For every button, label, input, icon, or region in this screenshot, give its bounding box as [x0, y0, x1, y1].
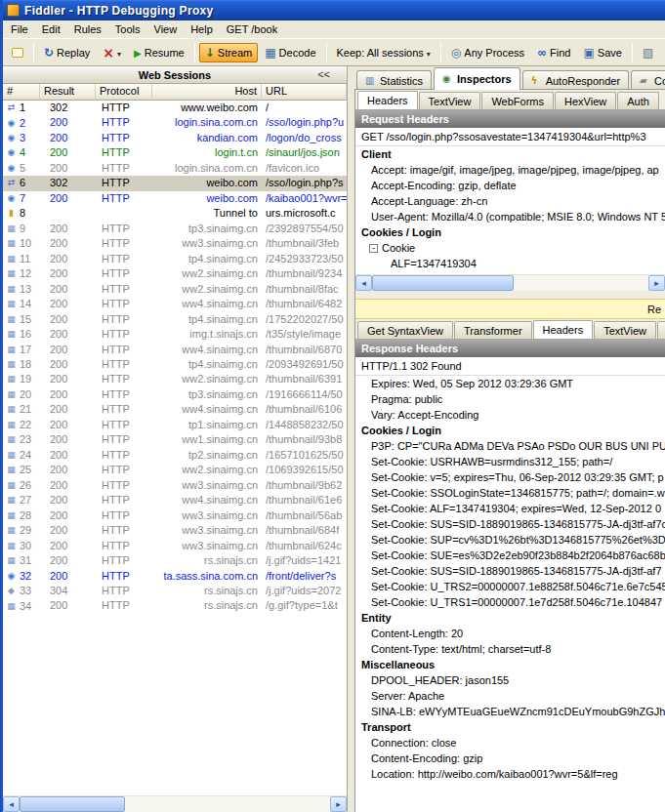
- menu-item-help[interactable]: Help: [184, 21, 220, 37]
- screenshot-button[interactable]: [637, 43, 659, 62]
- column-header-url[interactable]: URL: [262, 84, 347, 101]
- save-button[interactable]: Save: [577, 43, 627, 62]
- response-tab-textview[interactable]: TextView: [594, 321, 656, 339]
- session-row[interactable]: ▮8Tunnel tours.microsoft.c: [3, 206, 347, 221]
- session-row[interactable]: ▦29200HTTPww3.sinaimg.cn/thumbnail/684f: [3, 523, 347, 538]
- session-row[interactable]: ▦21200HTTPww4.sinaimg.cn/thumbnail/6106: [3, 402, 347, 417]
- toolbar-separator: [632, 43, 633, 61]
- session-protocol: HTTP: [96, 569, 152, 584]
- session-row[interactable]: ▦14200HTTPww4.sinaimg.cn/thumbnail/6482: [3, 297, 347, 311]
- session-row[interactable]: ⇄6302HTTPweibo.com/sso/login.php?s: [3, 176, 347, 190]
- tab-comp[interactable]: Comp: [631, 70, 665, 90]
- replay-button[interactable]: Replay: [38, 43, 96, 62]
- session-row[interactable]: ▦20200HTTPtp3.sinaimg.cn/1916666114/50: [3, 387, 347, 402]
- session-row[interactable]: ▦15200HTTPtp4.sinaimg.cn/1752202027/50: [3, 312, 347, 327]
- encoding-notice[interactable]: Re: [355, 299, 665, 319]
- response-tab-im[interactable]: Im: [657, 321, 665, 339]
- request-tab-headers[interactable]: Headers: [357, 91, 418, 110]
- scroll-thumb[interactable]: [372, 275, 514, 291]
- tab-autoresponder[interactable]: AutoResponder: [522, 70, 629, 90]
- session-protocol: HTTP: [96, 584, 152, 598]
- find-button[interactable]: Find: [531, 43, 576, 62]
- remove-sessions-button[interactable]: [97, 42, 127, 63]
- session-row[interactable]: ◉7200HTTPweibo.com/kaibao001?wvr=: [3, 191, 347, 206]
- session-row[interactable]: ◉32200HTTPta.sass.sina.com.cn/front/deli…: [3, 569, 347, 584]
- session-row[interactable]: ▦27200HTTPww4.sinaimg.cn/thumbnail/61e6: [3, 493, 347, 508]
- toolbar-separator: [33, 43, 34, 61]
- scroll-right-icon[interactable]: [330, 796, 347, 812]
- scroll-left-icon[interactable]: [355, 275, 372, 291]
- session-result: 200: [40, 569, 96, 584]
- keep-sessions-dropdown[interactable]: Keep: All sessions: [331, 43, 436, 62]
- response-tab-headers[interactable]: Headers: [533, 320, 594, 340]
- session-row[interactable]: ▦18200HTTPtp4.sinaimg.cn/2093492691/50: [3, 357, 347, 372]
- session-row[interactable]: ◉3200HTTPkandian.com/logon/do_cross: [3, 131, 347, 145]
- session-row[interactable]: ▦26200HTTPww3.sinaimg.cn/thumbnail/9b62: [3, 478, 347, 493]
- session-url: /1916666114/50: [262, 387, 347, 402]
- session-host: tp3.sinaimg.cn: [152, 222, 262, 236]
- session-row[interactable]: ▦25200HTTPww2.sinaimg.cn/1069392615/50: [3, 463, 347, 477]
- session-row[interactable]: ▦10200HTTPww3.sinaimg.cn/thumbnail/3feb: [3, 236, 347, 251]
- response-tab-get-syntaxview[interactable]: Get SyntaxView: [357, 321, 453, 339]
- column-header-protocol[interactable]: Protocol: [96, 84, 152, 101]
- session-result: 200: [40, 432, 96, 447]
- column-header-[interactable]: #: [3, 84, 40, 101]
- response-header-line: DPOOL_HEADER: jason155: [355, 672, 665, 688]
- session-row[interactable]: ▦11200HTTPtp4.sinaimg.cn/2452933723/50: [3, 252, 347, 266]
- session-row[interactable]: ▦9200HTTPtp3.sinaimg.cn/2392897554/50: [3, 222, 347, 236]
- request-tab-textview[interactable]: TextView: [419, 92, 481, 109]
- panel-splitter[interactable]: [348, 66, 354, 812]
- scroll-thumb[interactable]: [20, 796, 125, 812]
- sessions-hscrollbar[interactable]: [3, 795, 347, 812]
- session-columns: #ResultProtocolHostURL: [3, 84, 347, 101]
- decode-button[interactable]: Decode: [259, 43, 321, 62]
- request-tab-auth[interactable]: Auth: [617, 92, 659, 109]
- comment-button[interactable]: [6, 44, 29, 61]
- session-row[interactable]: ▦23200HTTPww1.sinaimg.cn/thumbnail/93b8: [3, 432, 347, 447]
- session-row[interactable]: ◆33304HTTPrs.sinajs.cn/j.gif?uids=2072: [3, 584, 347, 598]
- column-header-host[interactable]: Host: [152, 84, 262, 101]
- resume-button[interactable]: Resume: [128, 43, 190, 62]
- session-row[interactable]: ▦12200HTTPww2.sinaimg.cn/thumbnail/9234: [3, 266, 347, 281]
- session-row[interactable]: ▦22200HTTPtp1.sinaimg.cn/1448858232/50: [3, 418, 347, 432]
- session-row[interactable]: ⇄1302HTTPwww.weibo.com/: [3, 101, 347, 115]
- session-row[interactable]: ◉2200HTTPlogin.sina.com.cn/sso/login.php…: [3, 115, 347, 130]
- menu-item-view[interactable]: View: [147, 21, 185, 37]
- response-tab-transformer[interactable]: Transformer: [454, 321, 532, 339]
- tab-statistics[interactable]: Statistics: [356, 70, 432, 90]
- tab-inspectors[interactable]: Inspectors: [434, 67, 520, 90]
- scroll-left-icon[interactable]: [3, 796, 20, 812]
- timer-button[interactable]: [660, 43, 665, 62]
- menu-item-edit[interactable]: Edit: [35, 21, 67, 37]
- menu-item-tools[interactable]: Tools: [108, 21, 147, 37]
- session-row[interactable]: ▦13200HTTPww2.sinaimg.cn/thumbnail/8fac: [3, 282, 347, 297]
- session-row[interactable]: ▦19200HTTPww2.sinaimg.cn/thumbnail/6391: [3, 372, 347, 386]
- session-host: login.t.cn: [152, 145, 262, 160]
- collapse-panel-button[interactable]: <<: [314, 68, 333, 80]
- session-row[interactable]: ◉5200HTTPlogin.sina.com.cn/favicon.ico: [3, 161, 347, 176]
- session-row[interactable]: ▦17200HTTPww4.sinaimg.cn/thumbnail/6870: [3, 343, 347, 357]
- any-process-button[interactable]: Any Process: [445, 43, 530, 62]
- session-row[interactable]: ▦28200HTTPww3.sinaimg.cn/thumbnail/56ab: [3, 508, 347, 523]
- session-protocol: [96, 206, 152, 221]
- session-row[interactable]: ▦24200HTTPtp2.sinaimg.cn/1657101625/50: [3, 448, 347, 463]
- scroll-track[interactable]: [20, 796, 330, 812]
- session-row[interactable]: ◉4200HTTPlogin.t.cn/sinaurl/jos.json: [3, 145, 347, 160]
- session-row[interactable]: ▦34200HTTPrs.sinajs.cn/g.gif?type=1&t: [3, 598, 347, 613]
- stream-toggle-button[interactable]: Stream: [199, 43, 259, 62]
- request-tab-hexview[interactable]: HexView: [555, 92, 616, 109]
- session-protocol: HTTP: [96, 252, 152, 266]
- request-tab-webforms[interactable]: WebForms: [481, 92, 554, 109]
- session-row[interactable]: ▦31200HTTPrs.sinajs.cn/j.gif?uids=1421: [3, 553, 347, 568]
- scroll-track[interactable]: [372, 275, 648, 291]
- menu-item-file[interactable]: File: [4, 21, 35, 37]
- scroll-right-icon[interactable]: [648, 275, 665, 291]
- menu-item-get-book[interactable]: GET /book: [220, 21, 284, 37]
- session-row[interactable]: ▦16200HTTPimg.t.sinajs.cn/t35/style/imag…: [3, 327, 347, 342]
- column-header-result[interactable]: Result: [40, 84, 96, 101]
- response-header-line: Content-Encoding: gzip: [355, 751, 665, 766]
- request-hscrollbar[interactable]: [355, 274, 665, 291]
- collapse-expander-icon[interactable]: -: [369, 244, 378, 253]
- session-row[interactable]: ▦30200HTTPww3.sinaimg.cn/thumbnail/624c: [3, 539, 347, 553]
- menu-item-rules[interactable]: Rules: [67, 21, 108, 37]
